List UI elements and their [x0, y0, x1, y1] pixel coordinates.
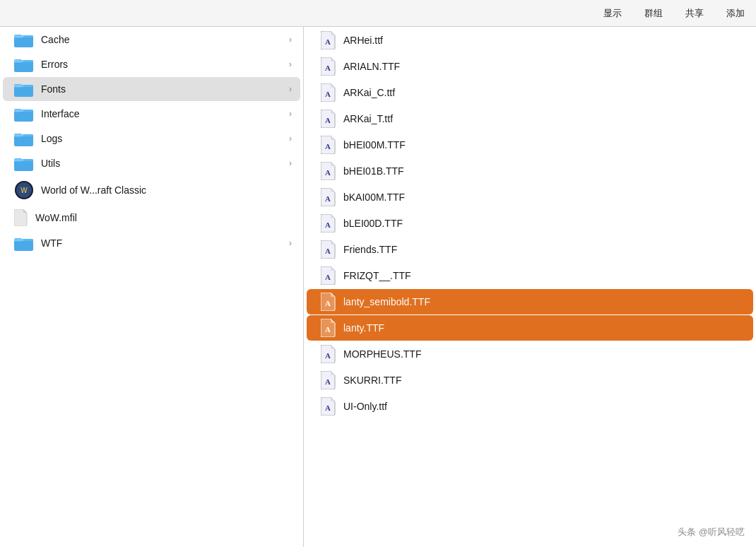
folder-icon [14, 57, 34, 72]
chevron-icon: › [289, 35, 292, 45]
file-item-arialn[interactable]: A ARIALN.TTF [307, 54, 753, 79]
file-item-morpheus[interactable]: A MORPHEUS.TTF [307, 341, 753, 367]
font-file-icon: A [321, 57, 336, 76]
svg-text:A: A [325, 299, 331, 307]
sidebar-item-label: Interface [41, 108, 282, 119]
file-item-label: lanty_semibold.TTF [343, 296, 430, 307]
font-file-icon: A [321, 136, 336, 154]
sidebar-item-wow[interactable]: W World of W...raft Classic [3, 176, 300, 204]
toolbar: 显示 群组 共享 添加 [0, 0, 756, 27]
svg-text:A: A [325, 377, 331, 386]
folder-icon [14, 81, 34, 97]
sidebar-item-label: Errors [41, 59, 282, 70]
show-button[interactable]: 显示 [603, 7, 622, 20]
font-file-icon: A [321, 240, 336, 259]
svg-text:A: A [325, 194, 331, 203]
sidebar-item-wtf[interactable]: WTF› [3, 231, 300, 255]
file-item-arhei[interactable]: A ARHei.ttf [307, 28, 753, 53]
file-item-label: ARIALN.TTF [343, 61, 400, 72]
svg-text:A: A [325, 325, 331, 334]
file-item-lanty_semibold[interactable]: A lanty_semibold.TTF [307, 289, 753, 314]
font-file-icon: A [321, 266, 336, 285]
svg-text:A: A [325, 220, 331, 229]
sidebar-item-cache[interactable]: Cache› [3, 28, 300, 52]
svg-text:A: A [325, 142, 331, 151]
svg-text:A: A [325, 90, 331, 98]
file-item-label: bHEI00M.TTF [343, 139, 406, 151]
sidebar-item-label: World of W...raft Classic [41, 184, 292, 196]
file-item-friends[interactable]: A Friends.TTF [307, 237, 753, 262]
sidebar-item-label: Logs [41, 133, 282, 144]
file-item-skurri[interactable]: A SKURRI.TTF [307, 367, 753, 393]
font-file-icon: A [321, 319, 336, 337]
file-item-label: SKURRI.TTF [343, 375, 401, 386]
add-button[interactable]: 添加 [726, 7, 745, 20]
file-item-blei00d[interactable]: A bLEI00D.TTF [307, 211, 753, 236]
file-item-ui_only[interactable]: A UI-Only.ttf [307, 394, 753, 419]
file-item-label: Friends.TTF [343, 244, 397, 255]
font-file-icon: A [321, 345, 336, 363]
right-panel: A ARHei.ttf A ARIALN.TTF A ARKai_C.ttf A… [304, 27, 756, 547]
file-item-label: MORPHEUS.TTF [343, 348, 421, 360]
chevron-icon: › [289, 158, 292, 168]
font-file-icon: A [321, 162, 336, 180]
chevron-icon: › [289, 84, 292, 94]
file-item-bhei01b[interactable]: A bHEI01B.TTF [307, 158, 753, 184]
svg-text:A: A [325, 37, 331, 46]
sidebar-item-utils[interactable]: Utils› [3, 151, 300, 175]
app-icon: W [14, 180, 34, 200]
svg-text:A: A [325, 404, 331, 412]
font-file-icon: A [321, 188, 336, 206]
chevron-icon: › [289, 109, 292, 119]
file-item-label: UI-Only.ttf [343, 401, 387, 412]
font-file-icon: A [321, 371, 336, 389]
svg-text:A: A [325, 116, 331, 124]
chevron-icon: › [289, 134, 292, 143]
file-item-arkai_c[interactable]: A ARKai_C.ttf [307, 80, 753, 105]
font-file-icon: A [321, 83, 336, 102]
file-item-label: lanty.TTF [343, 322, 384, 334]
sidebar-item-label: Utils [41, 158, 282, 169]
sidebar-item-label: Cache [41, 34, 282, 45]
svg-text:A: A [325, 351, 331, 360]
chevron-icon: › [289, 238, 292, 248]
file-item-label: ARKai_C.ttf [343, 87, 395, 98]
file-icon [14, 209, 28, 226]
font-file-icon: A [321, 31, 336, 49]
group-button[interactable]: 群组 [644, 7, 663, 20]
file-item-label: bHEI01B.TTF [343, 165, 404, 177]
sidebar-item-label: WoW.mfil [35, 212, 292, 223]
folder-icon [14, 131, 34, 146]
sidebar-item-errors[interactable]: Errors› [3, 52, 300, 76]
sidebar-item-logs[interactable]: Logs› [3, 127, 300, 151]
content-area: Cache› Errors› Fonts› [0, 27, 756, 547]
file-item-frizqt[interactable]: A FRIZQT__.TTF [307, 263, 753, 288]
sidebar-item-interface[interactable]: Interface› [3, 102, 300, 126]
font-file-icon: A [321, 110, 336, 128]
font-file-icon: A [321, 214, 336, 233]
font-file-icon: A [321, 397, 336, 416]
file-item-bhei00m[interactable]: A bHEI00M.TTF [307, 132, 753, 158]
file-item-lanty[interactable]: A lanty.TTF [307, 315, 753, 341]
file-item-label: FRIZQT__.TTF [343, 270, 411, 281]
file-item-label: bKAI00M.TTF [343, 192, 405, 203]
svg-text:W: W [20, 187, 28, 194]
svg-text:A: A [325, 168, 331, 177]
sidebar-item-fonts[interactable]: Fonts› [3, 77, 300, 101]
folder-icon [14, 106, 34, 122]
file-item-bkai00m[interactable]: A bKAI00M.TTF [307, 184, 753, 210]
file-item-label: ARKai_T.ttf [343, 113, 393, 124]
svg-text:A: A [325, 247, 331, 255]
file-item-label: ARHei.ttf [343, 35, 383, 46]
folder-icon [14, 32, 34, 47]
file-item-label: bLEI00D.TTF [343, 218, 403, 229]
share-button[interactable]: 共享 [685, 7, 704, 20]
sidebar-item-wowmfil[interactable]: WoW.mfil [3, 205, 300, 230]
font-file-icon: A [321, 293, 336, 311]
file-item-arkai_t[interactable]: A ARKai_T.ttf [307, 106, 753, 131]
left-panel: Cache› Errors› Fonts› [0, 27, 304, 547]
watermark: 头条 @听风轻呓 [678, 526, 745, 539]
sidebar-item-label: Fonts [41, 83, 282, 95]
svg-text:A: A [325, 64, 331, 72]
sidebar-item-label: WTF [41, 237, 282, 249]
